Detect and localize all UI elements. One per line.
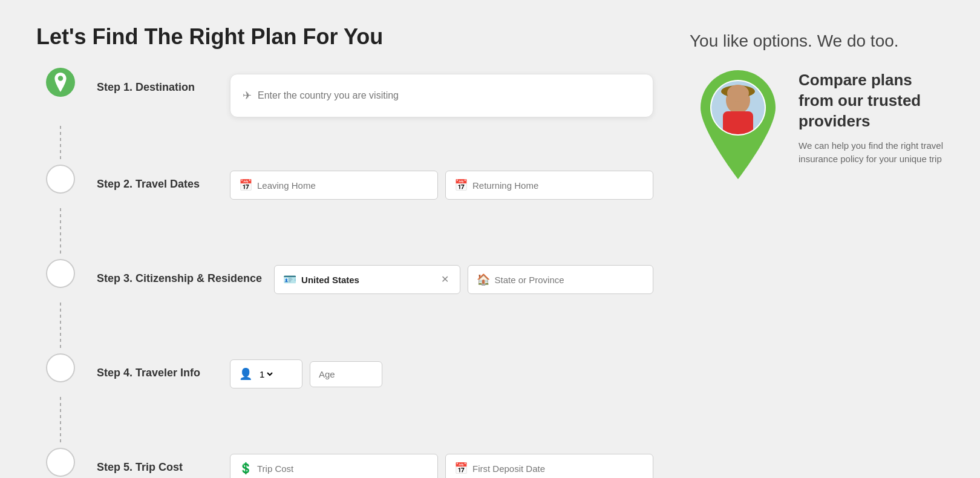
step2-connector <box>36 206 653 259</box>
step2-row: Step 2. Travel Dates 📅 📅 <box>36 165 653 206</box>
steps-container: Step 1. Destination ✈ <box>36 68 653 478</box>
step3-fields: 🪪 ✕ 🏠 <box>274 265 653 294</box>
returning-home-field[interactable]: 📅 <box>445 171 653 200</box>
right-panel: You like options. We do too. <box>690 24 944 478</box>
trip-cost-input[interactable] <box>257 463 429 474</box>
step4-wrapper: Step 4. Traveler Info 👤 1 2 3 4 5 <box>36 353 653 448</box>
step2-wrapper: Step 2. Travel Dates 📅 📅 <box>36 165 653 259</box>
right-tagline: You like options. We do too. <box>690 30 899 52</box>
step1-wrapper: Step 1. Destination ✈ <box>36 68 653 165</box>
step4-label: Step 4. Traveler Info <box>97 359 218 381</box>
page-title: Let's Find The Right Plan For You <box>36 24 653 50</box>
step1-indicator <box>36 68 85 97</box>
pin-icon <box>53 73 68 92</box>
step1-fields: ✈ <box>230 74 653 117</box>
step3-row: Step 3. Citizenship & Residence 🪪 ✕ 🏠 <box>36 259 653 300</box>
compare-title: Compare plans from our trusted providers <box>799 70 944 131</box>
leaving-home-input[interactable] <box>257 180 429 191</box>
step3-dot <box>46 259 75 288</box>
step5-wrapper: Step 5. Trip Cost 💲 📅 <box>36 448 653 478</box>
step1-dot <box>46 68 75 97</box>
map-pin-svg <box>690 70 786 191</box>
step5-label: Step 5. Trip Cost <box>97 454 218 475</box>
page-wrapper: Let's Find The Right Plan For You Step 1… <box>0 0 980 478</box>
step2-fields: 📅 📅 <box>230 171 653 200</box>
step4-content: Step 4. Traveler Info 👤 1 2 3 4 5 <box>85 353 653 395</box>
left-panel: Let's Find The Right Plan For You Step 1… <box>36 24 653 478</box>
step5-dot <box>46 448 75 477</box>
step1-label: Step 1. Destination <box>97 74 218 95</box>
step3-connector <box>36 300 653 353</box>
step1-content: Step 1. Destination ✈ <box>85 68 653 123</box>
step4-fields: 👤 1 2 3 4 5 <box>230 359 653 388</box>
calendar-icon-3: 📅 <box>454 462 468 475</box>
age-input[interactable] <box>319 369 355 379</box>
deposit-date-field[interactable]: 📅 <box>445 454 653 478</box>
dotted-line-1 <box>60 126 61 162</box>
step1-connector <box>36 123 653 165</box>
trip-cost-field[interactable]: 💲 <box>230 454 438 478</box>
travelers-icon: 👤 <box>239 367 252 381</box>
compare-desc: We can help you find the right travel in… <box>799 139 944 166</box>
state-province-input[interactable] <box>495 275 644 285</box>
leaving-home-field[interactable]: 📅 <box>230 171 438 200</box>
state-province-field[interactable]: 🏠 <box>468 265 653 294</box>
step2-dot <box>46 165 75 194</box>
building-icon: 🏠 <box>477 273 490 286</box>
dotted-line-2 <box>60 208 61 257</box>
step1-row: Step 1. Destination ✈ <box>36 68 653 123</box>
dotted-line-4 <box>60 397 61 445</box>
step4-indicator <box>36 353 85 382</box>
dotted-line-3 <box>60 303 61 351</box>
step5-fields: 💲 📅 <box>230 454 653 478</box>
step5-indicator <box>36 448 85 477</box>
deposit-date-input[interactable] <box>472 463 644 474</box>
step2-label: Step 2. Travel Dates <box>97 171 218 192</box>
compare-text: Compare plans from our trusted providers… <box>799 70 944 166</box>
dollar-icon: 💲 <box>239 462 252 475</box>
calendar-icon-1: 📅 <box>239 178 252 192</box>
plane-icon: ✈ <box>243 89 252 102</box>
traveler-count-field[interactable]: 👤 1 2 3 4 5 <box>230 359 302 388</box>
svg-rect-7 <box>723 111 753 136</box>
step5-content: Step 5. Trip Cost 💲 📅 <box>85 448 653 478</box>
returning-home-input[interactable] <box>472 180 644 191</box>
svg-point-6 <box>727 85 749 102</box>
step2-content: Step 2. Travel Dates 📅 📅 <box>85 165 653 206</box>
step2-indicator <box>36 165 85 194</box>
step3-content: Step 3. Citizenship & Residence 🪪 ✕ 🏠 <box>85 259 653 300</box>
calendar-icon-2: 📅 <box>454 178 468 192</box>
person-icon: 🪪 <box>283 273 296 286</box>
step3-wrapper: Step 3. Citizenship & Residence 🪪 ✕ 🏠 <box>36 259 653 353</box>
citizenship-input[interactable] <box>301 275 433 285</box>
step5-row: Step 5. Trip Cost 💲 📅 <box>36 448 653 478</box>
destination-box: ✈ <box>230 74 653 117</box>
step3-label: Step 3. Citizenship & Residence <box>97 265 262 286</box>
step3-indicator <box>36 259 85 288</box>
step4-dot <box>46 353 75 382</box>
citizenship-field[interactable]: 🪪 ✕ <box>274 265 460 294</box>
step4-connector <box>36 395 653 448</box>
traveler-count-select[interactable]: 1 2 3 4 5 <box>257 368 275 380</box>
clear-button[interactable]: ✕ <box>439 275 451 284</box>
map-pin-shape <box>690 70 786 191</box>
age-field[interactable] <box>310 361 382 387</box>
pin-container: Compare plans from our trusted providers… <box>690 70 944 191</box>
destination-input-wrapper: ✈ <box>243 89 641 102</box>
destination-input[interactable] <box>258 90 641 101</box>
step4-row: Step 4. Traveler Info 👤 1 2 3 4 5 <box>36 353 653 395</box>
